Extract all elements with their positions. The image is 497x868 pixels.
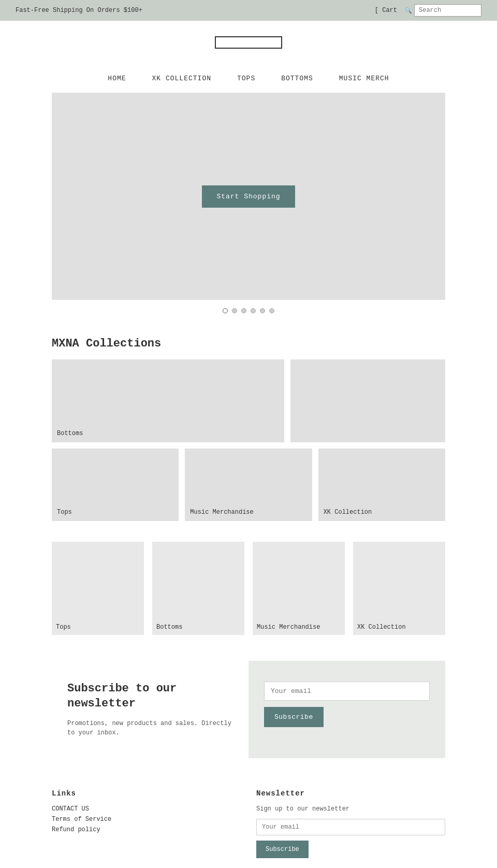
logo-area — [0, 21, 497, 54]
search-input[interactable] — [414, 4, 481, 17]
collection-label-tops: Tops — [57, 509, 72, 516]
products-grid: Tops Bottoms Music Merchandise XK Collec… — [52, 542, 445, 635]
footer-subscribe-button[interactable]: Subscribe — [256, 841, 309, 858]
newsletter-description: Promotions, new products and sales. Dire… — [67, 719, 233, 737]
collection-card-music-merchandise[interactable]: Music Merchandise — [185, 449, 312, 521]
newsletter-title: Subscribe to our newsletter — [67, 682, 233, 711]
footer-contact-link[interactable]: CONTACT US — [52, 805, 241, 813]
newsletter-left: Subscribe to our newsletter Promotions, … — [52, 661, 248, 758]
product-label-music-merchandise: Music Merchandise — [257, 624, 320, 631]
carousel-dot-2[interactable] — [232, 308, 237, 313]
collection-label-bottoms: Bottoms — [57, 430, 83, 437]
footer: Links CONTACT US Terms of Service Refund… — [0, 769, 497, 868]
search-icon: 🔍 — [405, 7, 412, 14]
carousel-dot-6[interactable] — [269, 308, 274, 313]
carousel-dot-1[interactable] — [223, 308, 228, 313]
carousel-dots — [0, 300, 497, 322]
carousel-dot-3[interactable] — [241, 308, 246, 313]
products-section: Tops Bottoms Music Merchandise XK Collec… — [0, 531, 497, 650]
product-label-tops: Tops — [56, 624, 71, 631]
footer-refund-link[interactable]: Refund policy — [52, 826, 241, 833]
footer-newsletter-title: Newsletter — [256, 789, 445, 798]
product-label-bottoms: Bottoms — [156, 624, 182, 631]
collection-grid-top: Bottoms — [52, 359, 445, 442]
footer-newsletter-col: Newsletter Sign up to our newsletter Sub… — [256, 789, 445, 858]
main-nav: HOME XK Collection Tops Bottoms Music Me… — [0, 54, 497, 93]
nav-item-bottoms[interactable]: Bottoms — [281, 75, 313, 82]
footer-email-input[interactable] — [256, 819, 445, 835]
nav-item-tops[interactable]: Tops — [237, 75, 255, 82]
newsletter-email-input[interactable] — [264, 682, 430, 701]
product-card-music-merchandise[interactable]: Music Merchandise — [253, 542, 345, 635]
collection-card-xk-collection[interactable]: XK Collection — [318, 449, 445, 521]
newsletter-main-section: Subscribe to our newsletter Promotions, … — [52, 661, 445, 758]
carousel-dot-4[interactable] — [251, 308, 256, 313]
newsletter-right: Subscribe — [248, 661, 445, 758]
footer-links-col: Links CONTACT US Terms of Service Refund… — [52, 789, 241, 858]
collection-card-bottoms[interactable]: Bottoms — [52, 359, 284, 442]
product-card-bottoms[interactable]: Bottoms — [152, 542, 244, 635]
nav-item-home[interactable]: HOME — [108, 75, 126, 82]
cart-link[interactable]: [ Cart — [375, 7, 397, 14]
collections-section: MXNA Collections Bottoms Tops Music Merc… — [0, 322, 497, 531]
top-bar-right: [ Cart 🔍 — [375, 4, 481, 17]
logo[interactable] — [215, 36, 282, 49]
shipping-text: Fast-Free Shipping On Orders $100+ — [16, 7, 142, 14]
nav-item-music-merch[interactable]: Music Merch — [339, 75, 389, 82]
hero-banner: Start Shopping — [52, 93, 445, 300]
top-bar: Fast-Free Shipping On Orders $100+ [ Car… — [0, 0, 497, 21]
carousel-dot-5[interactable] — [260, 308, 265, 313]
collection-label-music-merchandise: Music Merchandise — [190, 509, 253, 516]
collection-label-xk-collection: XK Collection — [324, 509, 372, 516]
collection-card-top-right[interactable] — [290, 359, 445, 442]
start-shopping-button[interactable]: Start Shopping — [202, 185, 295, 208]
product-card-xk-collection[interactable]: XK Collection — [353, 542, 445, 635]
product-card-tops[interactable]: Tops — [52, 542, 144, 635]
collection-grid-bottom: Tops Music Merchandise XK Collection — [52, 449, 445, 521]
footer-terms-link[interactable]: Terms of Service — [52, 816, 241, 823]
collection-card-tops[interactable]: Tops — [52, 449, 179, 521]
newsletter-subscribe-button[interactable]: Subscribe — [264, 707, 324, 727]
footer-newsletter-desc: Sign up to our newsletter — [256, 805, 445, 813]
nav-item-xk-collection[interactable]: XK Collection — [152, 75, 211, 82]
footer-links-title: Links — [52, 789, 241, 798]
collections-title: MXNA Collections — [52, 337, 445, 350]
product-label-xk-collection: XK Collection — [357, 624, 406, 631]
